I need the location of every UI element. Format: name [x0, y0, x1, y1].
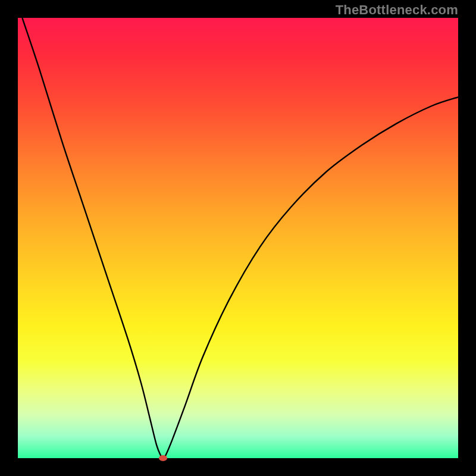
bottleneck-curve: [22, 18, 458, 458]
watermark-text: TheBottleneck.com: [336, 2, 458, 18]
chart-frame: TheBottleneck.com: [0, 0, 476, 476]
minimum-marker: [159, 455, 167, 461]
curve-svg: [18, 18, 458, 458]
plot-area: [18, 18, 458, 458]
